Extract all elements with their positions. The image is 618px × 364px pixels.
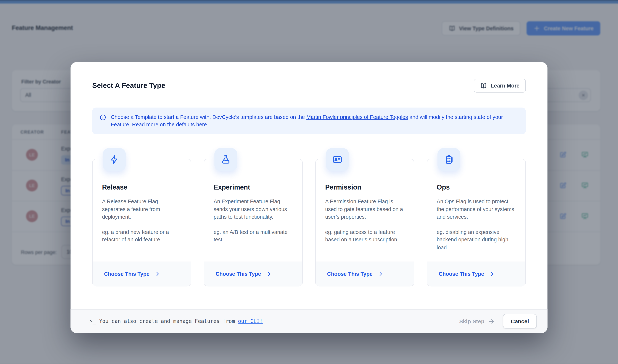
learn-more-label: Learn More (491, 83, 520, 89)
arrow-right-icon (488, 318, 495, 325)
cli-hint-text: You can also create and manage Features … (99, 318, 263, 324)
choose-type-label: Choose This Type (216, 271, 261, 277)
arrow-right-icon (265, 271, 272, 277)
modal-title: Select A Feature Type (92, 82, 165, 90)
lightning-icon (109, 155, 119, 165)
choose-type-label: Choose This Type (104, 271, 149, 277)
feature-type-cards: Release A Release Feature Flag separates… (92, 159, 526, 286)
choose-ops-button[interactable]: Choose This Type (427, 262, 525, 286)
card-title: Permission (325, 183, 404, 191)
card-title: Experiment (214, 183, 293, 191)
modal-footer-actions: Skip Step Cancel (459, 314, 537, 328)
app-root: Feature Management View Type Definitions… (0, 0, 618, 364)
card-body: Ops An Ops Flag is used to protect the p… (427, 159, 525, 251)
cancel-label: Cancel (511, 318, 529, 325)
cli-hint: >_ You can also create and manage Featur… (89, 318, 263, 324)
card-description: A Permission Feature Flag is used to gat… (325, 198, 404, 221)
select-feature-type-modal: Select A Feature Type Learn More Choose … (70, 62, 547, 333)
choose-type-label: Choose This Type (439, 271, 484, 277)
choose-permission-button[interactable]: Choose This Type (316, 262, 414, 286)
learn-more-button[interactable]: Learn More (474, 79, 526, 92)
icon-tile (326, 148, 349, 171)
ops-card: Ops An Ops Flag is used to protect the p… (427, 159, 526, 286)
our-cli-link[interactable]: our CLI! (238, 318, 263, 324)
card-example: eg. an A/B test or a multivariate test. (214, 228, 293, 244)
info-banner-text: Choose a Template to start a Feature wit… (111, 114, 519, 129)
cancel-button[interactable]: Cancel (503, 314, 537, 328)
choose-type-label: Choose This Type (327, 271, 373, 277)
info-icon (99, 114, 106, 121)
icon-tile (103, 148, 126, 171)
skip-step-label: Skip Step (459, 318, 484, 325)
info-banner: Choose a Template to start a Feature wit… (92, 108, 526, 134)
card-description: An Ops Flag is used to protect the perfo… (437, 198, 516, 221)
martin-fowler-link[interactable]: Martin Fowler principles of Feature Togg… (306, 114, 408, 120)
icon-tile (214, 148, 237, 171)
modal-header: Select A Feature Type Learn More (92, 79, 526, 92)
card-example: eg. gating access to a feature based on … (325, 228, 404, 244)
banner-text-part: Choose a Template to start a Feature wit… (111, 114, 306, 120)
card-body: Release A Release Feature Flag separates… (93, 159, 191, 244)
arrow-right-icon (376, 271, 383, 277)
modal-footer: >_ You can also create and manage Featur… (70, 309, 547, 333)
card-description: An Experiment Feature Flag sends your us… (214, 198, 293, 221)
choose-release-button[interactable]: Choose This Type (93, 262, 191, 286)
arrow-right-icon (488, 271, 495, 277)
skip-step-button[interactable]: Skip Step (459, 318, 495, 325)
card-body: Experiment An Experiment Feature Flag se… (204, 159, 302, 244)
cli-text-part: You can also create and manage Features … (99, 318, 238, 324)
banner-text-part: . (207, 122, 208, 128)
flask-icon (221, 155, 231, 165)
id-card-icon (332, 155, 342, 165)
terminal-prompt-icon: >_ (89, 318, 95, 324)
card-body: Permission A Permission Feature Flag is … (316, 159, 414, 244)
release-card: Release A Release Feature Flag separates… (92, 159, 191, 286)
experiment-card: Experiment An Experiment Feature Flag se… (204, 159, 303, 286)
choose-experiment-button[interactable]: Choose This Type (204, 262, 302, 286)
card-example: eg. disabling an expensive backend opera… (437, 228, 516, 251)
defaults-here-link[interactable]: here (196, 122, 207, 128)
clipboard-icon (444, 155, 454, 165)
card-title: Ops (437, 183, 516, 191)
card-title: Release (102, 183, 181, 191)
card-example: eg. a brand new feature or a refactor of… (102, 228, 181, 244)
arrow-right-icon (153, 271, 160, 277)
icon-tile (437, 148, 460, 171)
card-description: A Release Feature Flag separates a featu… (102, 198, 181, 221)
book-open-icon (480, 82, 487, 89)
permission-card: Permission A Permission Feature Flag is … (315, 159, 414, 286)
